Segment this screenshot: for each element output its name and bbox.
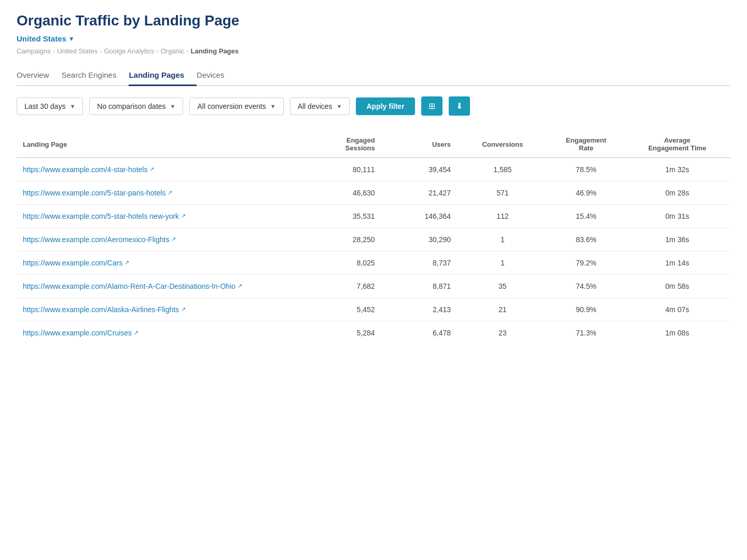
devices-filter[interactable]: All devices ▼ — [290, 97, 350, 115]
breadcrumb-landing-pages: Landing Pages — [191, 47, 239, 55]
engagement-rate-cell: 15.4% — [548, 205, 624, 228]
engagement-rate-cell: 78.5% — [548, 158, 624, 181]
users-cell: 2,413 — [381, 298, 457, 321]
col-header-engaged-sessions: EngagedSessions — [305, 131, 381, 158]
external-link-icon: ↗ — [171, 236, 176, 243]
tab-devices[interactable]: Devices — [197, 65, 237, 86]
breadcrumb-analytics: Goolge Analytics — [104, 47, 155, 55]
engaged-sessions-cell: 35,531 — [305, 205, 381, 228]
avg-engagement-time-cell: 0m 31s — [624, 205, 730, 228]
landing-page-link[interactable]: https://www.example.com/4-star-hotels — [23, 165, 147, 174]
table-row: https://www.example.com/5-star-hotels ne… — [17, 205, 730, 228]
avg-engagement-time-cell: 4m 07s — [624, 298, 730, 321]
external-link-icon: ↗ — [125, 259, 129, 266]
avg-engagement-time-cell: 1m 32s — [624, 158, 730, 181]
engagement-rate-cell: 74.5% — [548, 275, 624, 298]
table-row: https://www.example.com/Alaska-Airlines-… — [17, 298, 730, 321]
engaged-sessions-cell: 5,284 — [305, 321, 381, 345]
comparison-filter[interactable]: No comparison dates ▼ — [89, 97, 183, 115]
breadcrumb-campaigns: Campaigns — [17, 47, 51, 55]
users-cell: 8,871 — [381, 275, 457, 298]
download-button[interactable]: ⬇ — [449, 96, 470, 116]
col-header-landing-page: Landing Page — [17, 131, 305, 158]
users-cell: 8,737 — [381, 251, 457, 275]
columns-toggle-button[interactable]: ⊞ — [421, 96, 442, 116]
conversions-cell: 35 — [457, 275, 548, 298]
users-cell: 6,478 — [381, 321, 457, 345]
external-link-icon: ↗ — [134, 329, 139, 336]
tab-landing-pages[interactable]: Landing Pages — [129, 65, 197, 86]
landing-page-link[interactable]: https://www.example.com/Cars — [23, 259, 122, 267]
landing-page-link[interactable]: https://www.example.com/Aeromexico-Fligh… — [23, 235, 169, 244]
external-link-icon: ↗ — [181, 213, 186, 219]
conversion-filter[interactable]: All conversion events ▼ — [189, 97, 283, 115]
comparison-label: No comparison dates — [97, 102, 165, 110]
date-range-filter[interactable]: Last 30 days ▼ — [17, 97, 83, 115]
chevron-down-icon: ▼ — [337, 103, 342, 109]
chevron-down-icon: ▼ — [170, 103, 176, 109]
tab-search-engines[interactable]: Search Engines — [62, 65, 129, 86]
engaged-sessions-cell: 8,025 — [305, 251, 381, 275]
engaged-sessions-cell: 7,682 — [305, 275, 381, 298]
conversions-cell: 1 — [457, 228, 548, 251]
landing-page-link[interactable]: https://www.example.com/5-star-paris-hot… — [23, 189, 165, 197]
tab-overview[interactable]: Overview — [17, 65, 62, 86]
engaged-sessions-cell: 28,250 — [305, 228, 381, 251]
table-row: https://www.example.com/Aeromexico-Fligh… — [17, 228, 730, 251]
devices-label: All devices — [298, 102, 333, 110]
breadcrumb: Campaigns › United States › Goolge Analy… — [17, 47, 730, 55]
engaged-sessions-cell: 5,452 — [305, 298, 381, 321]
table-row: https://www.example.com/Cars↗8,0258,7371… — [17, 251, 730, 275]
engagement-rate-cell: 83.6% — [548, 228, 624, 251]
users-cell: 146,364 — [381, 205, 457, 228]
external-link-icon: ↗ — [181, 306, 186, 313]
landing-page-link[interactable]: https://www.example.com/Cruises — [23, 329, 132, 337]
landing-page-link[interactable]: https://www.example.com/Alamo-Rent-A-Car… — [23, 282, 236, 290]
page-title: Organic Traffic by Landing Page — [17, 12, 730, 29]
conversions-cell: 23 — [457, 321, 548, 345]
avg-engagement-time-cell: 0m 28s — [624, 181, 730, 205]
col-header-engagement-rate: EngagementRate — [548, 131, 624, 158]
table-row: https://www.example.com/Alamo-Rent-A-Car… — [17, 275, 730, 298]
table-row: https://www.example.com/4-star-hotels↗80… — [17, 158, 730, 181]
date-range-label: Last 30 days — [24, 102, 65, 110]
engagement-rate-cell: 90.9% — [548, 298, 624, 321]
landing-page-link[interactable]: https://www.example.com/5-star-hotels ne… — [23, 212, 179, 220]
landing-page-link[interactable]: https://www.example.com/Alaska-Airlines-… — [23, 305, 179, 314]
avg-engagement-time-cell: 1m 36s — [624, 228, 730, 251]
table-row: https://www.example.com/Cruises↗5,2846,4… — [17, 321, 730, 345]
external-link-icon: ↗ — [168, 189, 172, 196]
col-header-avg-engagement-time: AverageEngagement Time — [624, 131, 730, 158]
avg-engagement-time-cell: 1m 08s — [624, 321, 730, 345]
columns-icon: ⊞ — [428, 101, 435, 111]
location-selector[interactable]: United States ▼ — [17, 34, 75, 43]
apply-filter-button[interactable]: Apply filter — [356, 97, 414, 115]
col-header-users: Users — [381, 131, 457, 158]
col-header-conversions: Conversions — [457, 131, 548, 158]
external-link-icon: ↗ — [238, 283, 242, 289]
avg-engagement-time-cell: 1m 14s — [624, 251, 730, 275]
engaged-sessions-cell: 46,630 — [305, 181, 381, 205]
breadcrumb-organic: Organic — [161, 47, 185, 55]
conversion-label: All conversion events — [197, 102, 266, 110]
avg-engagement-time-cell: 0m 58s — [624, 275, 730, 298]
conversions-cell: 21 — [457, 298, 548, 321]
chevron-down-icon: ▼ — [68, 35, 75, 43]
chevron-down-icon: ▼ — [70, 103, 75, 109]
users-cell: 21,427 — [381, 181, 457, 205]
external-link-icon: ↗ — [149, 166, 154, 173]
conversions-cell: 112 — [457, 205, 548, 228]
users-cell: 39,454 — [381, 158, 457, 181]
location-label: United States — [17, 34, 66, 43]
engagement-rate-cell: 79.2% — [548, 251, 624, 275]
download-icon: ⬇ — [456, 101, 463, 111]
breadcrumb-united-states: United States — [57, 47, 98, 55]
engaged-sessions-cell: 80,111 — [305, 158, 381, 181]
table-row: https://www.example.com/5-star-paris-hot… — [17, 181, 730, 205]
engagement-rate-cell: 71.3% — [548, 321, 624, 345]
engagement-rate-cell: 46.9% — [548, 181, 624, 205]
tabs-nav: Overview Search Engines Landing Pages De… — [17, 65, 730, 86]
landing-pages-table: Landing Page EngagedSessions Users Conve… — [17, 131, 730, 344]
conversions-cell: 1,585 — [457, 158, 548, 181]
conversions-cell: 571 — [457, 181, 548, 205]
